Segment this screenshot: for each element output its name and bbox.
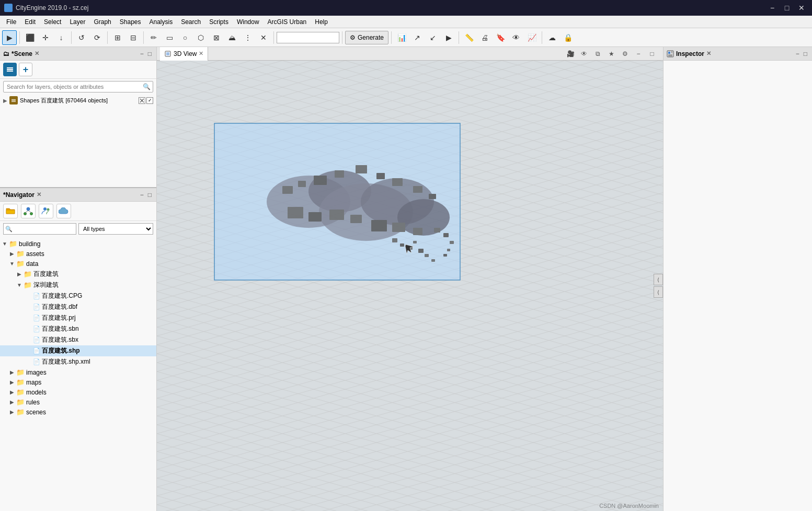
tree-item-file-sbn[interactable]: 📄 百度建筑.sbn [0, 323, 156, 334]
menu-help[interactable]: Help [311, 16, 332, 28]
tree-item-building[interactable]: ▼ 📁 building [0, 239, 156, 249]
print-button[interactable]: 🖨 [477, 30, 492, 45]
lock-button[interactable]: 🔒 [561, 30, 575, 45]
graph-button[interactable]: ⋮ [241, 30, 255, 45]
circle-button[interactable]: ○ [178, 30, 192, 45]
layers-icon[interactable]: ⧉ [592, 48, 603, 60]
expand-maps-icon[interactable]: ▶ [9, 379, 15, 385]
undo-button[interactable]: ↺ [74, 30, 89, 45]
tree-item-file-shp-xml[interactable]: 📄 百度建筑.shp.xml [0, 356, 156, 367]
expand-models-icon[interactable]: ▶ [9, 389, 15, 395]
tree-item-rules[interactable]: ▶ 📁 rules [0, 397, 156, 407]
bookmark-button[interactable]: 🔖 [493, 30, 508, 45]
expand-shenzhen-icon[interactable]: ▼ [17, 282, 22, 288]
edge-button-top[interactable]: ⟨ [654, 274, 663, 285]
layer-icon-button[interactable] [3, 63, 17, 76]
polygon-button[interactable]: ⬡ [193, 30, 208, 45]
view-button[interactable]: 👁 [509, 30, 523, 45]
scene-close-icon[interactable]: ✕ [35, 50, 39, 57]
measure-button[interactable]: 📏 [462, 30, 476, 45]
navigator-close-icon[interactable]: ✕ [37, 191, 41, 198]
menu-shapes[interactable]: Shapes [116, 16, 145, 28]
menu-window[interactable]: Window [233, 16, 264, 28]
select-tool-button[interactable]: ▶ [2, 30, 17, 45]
expand-baidu-icon[interactable]: ▶ [17, 271, 22, 277]
menu-search[interactable]: Search [177, 16, 205, 28]
export-button[interactable]: ↗ [410, 30, 425, 45]
expand-rules-icon[interactable]: ▶ [9, 399, 15, 405]
edge-button-bottom[interactable]: ⟨ [654, 286, 663, 298]
settings-icon[interactable]: ⚙ [619, 48, 631, 60]
expand-scenes-icon[interactable]: ▶ [9, 409, 15, 415]
report-button[interactable]: 📊 [394, 30, 409, 45]
align-button[interactable]: ⊟ [126, 30, 141, 45]
3d-view-close-icon[interactable]: ✕ [199, 50, 203, 57]
nav-minimize-button[interactable]: − [139, 191, 145, 199]
close-button[interactable]: ✕ [795, 2, 808, 14]
scene-maximize-button[interactable]: □ [146, 50, 153, 57]
tree-item-file-dbf[interactable]: 📄 百度建筑.dbf [0, 301, 156, 312]
shape-button[interactable]: ▭ [162, 30, 177, 45]
star-icon[interactable]: ★ [605, 48, 617, 60]
redo-button[interactable]: ⟳ [90, 30, 105, 45]
import-button[interactable]: ↙ [426, 30, 440, 45]
menu-analysis[interactable]: Analysis [145, 16, 177, 28]
tree-item-file-prj[interactable]: 📄 百度建筑.prj [0, 312, 156, 323]
minimize-button[interactable]: − [766, 2, 779, 14]
tree-item-shenzhen-jz[interactable]: ▼ 📁 深圳建筑 [0, 280, 156, 291]
delete-button[interactable]: ✕ [256, 30, 271, 45]
3d-viewport[interactable]: CSDN @AaronMoomin ⟨ ⟨ [157, 61, 663, 511]
expand-building-icon[interactable]: ▼ [2, 241, 7, 247]
menu-file[interactable]: File [2, 16, 20, 28]
terrain-button[interactable]: ⛰ [225, 30, 239, 45]
tree-item-scenes[interactable]: ▶ 📁 scenes [0, 407, 156, 417]
tree-item-assets[interactable]: ▶ 📁 assets [0, 249, 156, 259]
view-minimize-icon[interactable]: − [633, 48, 644, 60]
menu-select[interactable]: Select [40, 16, 65, 28]
tree-item-baidu-jz[interactable]: ▶ 📁 百度建筑 [0, 269, 156, 280]
menu-scripts[interactable]: Scripts [205, 16, 233, 28]
bounding-box-button[interactable]: ⬛ [22, 30, 37, 45]
snap-button[interactable]: ⊞ [110, 30, 125, 45]
move-down-button[interactable]: ↓ [54, 30, 68, 45]
scene-minimize-button[interactable]: − [139, 50, 145, 57]
network-button[interactable] [21, 204, 36, 218]
chart-button[interactable]: 📈 [524, 30, 539, 45]
layer-expand-icon[interactable]: ▶ [3, 98, 7, 103]
inspector-close-icon[interactable]: ✕ [706, 50, 711, 57]
tree-item-models[interactable]: ▶ 📁 models [0, 387, 156, 397]
layer-visibility-icon[interactable] [139, 97, 145, 104]
tree-item-images[interactable]: ▶ 📁 images [0, 367, 156, 377]
users-button[interactable] [39, 204, 53, 218]
play-button[interactable]: ▶ [441, 30, 456, 45]
3d-view-tab[interactable]: 3D View ✕ [160, 47, 208, 61]
tree-item-data[interactable]: ▼ 📁 data [0, 259, 156, 269]
coordinate-input[interactable] [277, 32, 339, 43]
scene-search-input[interactable] [4, 84, 141, 90]
expand-assets-icon[interactable]: ▶ [9, 251, 15, 257]
menu-edit[interactable]: Edit [20, 16, 40, 28]
expand-data-icon[interactable]: ▼ [9, 261, 15, 266]
inspector-maximize-button[interactable]: □ [802, 50, 809, 57]
menu-layer[interactable]: Layer [65, 16, 89, 28]
tree-item-file-shp[interactable]: 📄 百度建筑.shp [0, 345, 156, 356]
road-button[interactable]: ⊠ [209, 30, 224, 45]
eye-icon[interactable]: 👁 [578, 48, 590, 60]
tree-item-file-sbx[interactable]: 📄 百度建筑.sbx [0, 334, 156, 345]
menu-graph[interactable]: Graph [89, 16, 115, 28]
camera-icon[interactable]: 🎥 [565, 48, 576, 60]
maximize-button[interactable]: □ [781, 2, 793, 14]
layer-item[interactable]: ▶ Shapes 百度建筑 [670464 objects] [0, 95, 156, 106]
menu-arcgis-urban[interactable]: ArcGIS Urban [264, 16, 311, 28]
open-folder-button[interactable] [3, 204, 18, 218]
view-maximize-icon[interactable]: □ [646, 48, 658, 60]
expand-images-icon[interactable]: ▶ [9, 369, 15, 375]
weather-button[interactable]: ☁ [545, 30, 559, 45]
layer-checkbox[interactable]: ✓ [146, 97, 153, 104]
tree-item-file-cpg[interactable]: 📄 百度建筑.CPG [0, 291, 156, 301]
nav-maximize-button[interactable]: □ [146, 191, 153, 199]
generate-button[interactable]: ⚙ Generate [345, 31, 388, 44]
move-button[interactable]: ✛ [38, 30, 53, 45]
tree-item-maps[interactable]: ▶ 📁 maps [0, 377, 156, 387]
type-filter-select[interactable]: All types [78, 223, 153, 235]
